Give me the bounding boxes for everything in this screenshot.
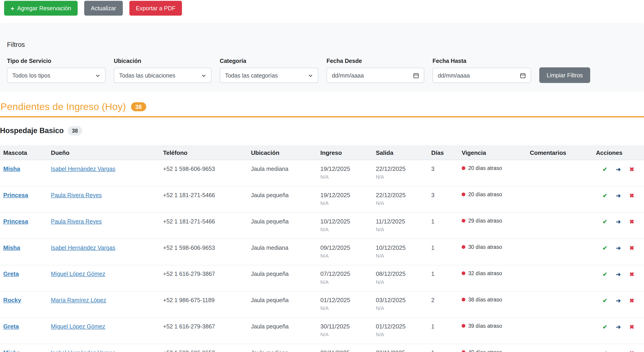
add-reservation-label: Agregar Reservación bbox=[17, 5, 71, 12]
location-cell: Jaula mediana bbox=[251, 160, 320, 186]
comments-cell bbox=[530, 213, 596, 238]
checkin-arrow-icon[interactable]: ➔ bbox=[616, 272, 621, 291]
section-divider bbox=[0, 116, 644, 117]
checkin-note: N/A bbox=[320, 227, 376, 232]
cancel-icon[interactable]: ✖ bbox=[629, 272, 634, 291]
table-row: Princesa Paula Rivera Reyes +52 1 181-27… bbox=[0, 213, 644, 239]
section-header: Pendientes de Ingreso (Hoy) 38 bbox=[0, 101, 644, 112]
phone-cell: +52 1 616-279-3867 bbox=[163, 265, 251, 291]
owner-link[interactable]: María Ramírez López bbox=[51, 297, 106, 304]
owner-link[interactable]: Miguel López Gómez bbox=[51, 323, 106, 330]
actions-cell: ✔ ➔ ✖ bbox=[596, 318, 644, 344]
pet-link[interactable]: Greta bbox=[3, 323, 19, 330]
cancel-icon[interactable]: ✖ bbox=[629, 298, 634, 318]
checkin-note: N/A bbox=[320, 332, 376, 338]
table-row: Rocky María Ramírez López +52 1 986-675-… bbox=[0, 292, 644, 318]
checkin-arrow-icon[interactable]: ➔ bbox=[616, 298, 621, 318]
checkin-arrow-icon[interactable]: ➔ bbox=[616, 245, 621, 265]
days-cell: 1 bbox=[431, 344, 462, 352]
vigencia-cell: 29 días atraso bbox=[462, 213, 530, 222]
checkin-arrow-icon[interactable]: ➔ bbox=[616, 192, 621, 212]
date-to-input[interactable]: dd/mm/aaaa bbox=[432, 68, 531, 83]
checkout-note: N/A bbox=[376, 200, 431, 206]
actions-cell: ✔ ➔ ✖ bbox=[596, 160, 644, 186]
vigencia-cell: 39 días atraso bbox=[462, 318, 530, 328]
cancel-icon[interactable]: ✖ bbox=[629, 192, 634, 212]
location-cell: Jaula pequeña bbox=[251, 213, 320, 238]
checkin-arrow-icon[interactable]: ➔ bbox=[616, 219, 621, 238]
pet-link[interactable]: Princesa bbox=[3, 192, 28, 198]
column-header-ingreso: Ingreso bbox=[320, 149, 376, 156]
owner-link[interactable]: Isabel Hernández Vargas bbox=[51, 166, 116, 172]
checkin-note: N/A bbox=[320, 174, 376, 180]
actions-cell: ✔ ➔ ✖ bbox=[596, 239, 644, 265]
checkin-arrow-icon[interactable]: ➔ bbox=[616, 166, 621, 186]
filter-label-service-type: Tipo de Servicio bbox=[7, 58, 106, 64]
clear-filters-button[interactable]: Limpiar Filtros bbox=[539, 67, 590, 83]
phone-cell: +52 1 598-606-9653 bbox=[163, 344, 251, 352]
owner-link[interactable]: Isabel Hernández Vargas bbox=[51, 350, 116, 352]
confirm-icon[interactable]: ✔ bbox=[602, 219, 608, 238]
checkin-arrow-icon[interactable]: ➔ bbox=[616, 350, 621, 352]
pet-link[interactable]: Rocky bbox=[3, 297, 21, 304]
overdue-dot-icon bbox=[462, 298, 465, 302]
toolbar: + Agregar Reservación Actualizar Exporta… bbox=[0, 0, 644, 16]
cancel-icon[interactable]: ✖ bbox=[629, 324, 634, 344]
table-header-row: Mascota Dueño Teléfono Ubicación Ingreso… bbox=[0, 146, 644, 160]
checkout-date: 01/12/2025 bbox=[376, 323, 431, 330]
comments-cell bbox=[530, 186, 596, 212]
confirm-icon[interactable]: ✔ bbox=[602, 350, 608, 352]
pet-link[interactable]: Misha bbox=[3, 166, 20, 172]
owner-link[interactable]: Paula Rivera Reyes bbox=[51, 218, 102, 224]
date-to-placeholder: dd/mm/aaaa bbox=[438, 72, 470, 79]
filter-label-category: Categoría bbox=[220, 58, 318, 64]
date-from-input[interactable]: dd/mm/aaaa bbox=[326, 68, 424, 83]
checkin-date: 19/12/2025 bbox=[320, 166, 376, 172]
add-reservation-button[interactable]: + Agregar Reservación bbox=[4, 1, 78, 16]
location-select[interactable]: Todas las ubicaciones bbox=[114, 68, 212, 83]
owner-link[interactable]: Paula Rivera Reyes bbox=[51, 192, 102, 198]
confirm-icon[interactable]: ✔ bbox=[602, 192, 608, 212]
vigencia-cell: 20 días atraso bbox=[462, 160, 530, 170]
cancel-icon[interactable]: ✖ bbox=[629, 219, 634, 238]
confirm-icon[interactable]: ✔ bbox=[602, 272, 608, 291]
comments-cell bbox=[530, 344, 596, 352]
days-cell: 1 bbox=[431, 318, 462, 344]
cancel-icon[interactable]: ✖ bbox=[629, 166, 634, 186]
vigencia-cell: 30 días atraso bbox=[462, 239, 530, 249]
plus-icon: + bbox=[11, 5, 14, 12]
vigencia-cell: 38 días atraso bbox=[462, 292, 530, 302]
pet-link[interactable]: Misha bbox=[3, 350, 20, 352]
column-header-mascota: Mascota bbox=[0, 149, 51, 156]
checkout-date: 03/12/2025 bbox=[376, 297, 431, 304]
owner-link[interactable]: Miguel López Gómez bbox=[51, 270, 106, 277]
service-type-select[interactable]: Todos los tipos bbox=[7, 68, 106, 83]
export-pdf-button[interactable]: Exportar a PDF bbox=[129, 1, 182, 16]
pet-link[interactable]: Misha bbox=[3, 244, 20, 251]
confirm-icon[interactable]: ✔ bbox=[602, 245, 608, 265]
location-cell: Jaula pequeña bbox=[251, 292, 320, 318]
location-cell: Jaula pequeña bbox=[251, 186, 320, 212]
calendar-icon[interactable] bbox=[520, 72, 526, 78]
comments-cell bbox=[530, 239, 596, 265]
confirm-icon[interactable]: ✔ bbox=[602, 166, 608, 186]
refresh-button[interactable]: Actualizar bbox=[84, 1, 123, 16]
pet-link[interactable]: Greta bbox=[3, 270, 19, 277]
confirm-icon[interactable]: ✔ bbox=[602, 298, 608, 318]
actions-cell: ✔ ➔ ✖ bbox=[596, 265, 644, 291]
confirm-icon[interactable]: ✔ bbox=[602, 324, 608, 344]
service-type-value: Todos los tipos bbox=[12, 72, 50, 79]
phone-cell: +52 1 616-279-3867 bbox=[163, 318, 251, 344]
cancel-icon[interactable]: ✖ bbox=[629, 245, 634, 265]
category-select[interactable]: Todas las categorías bbox=[220, 68, 318, 83]
checkin-arrow-icon[interactable]: ➔ bbox=[616, 324, 621, 344]
calendar-icon[interactable] bbox=[413, 72, 419, 78]
overdue-dot-icon bbox=[462, 272, 465, 275]
overdue-text: 32 días atraso bbox=[468, 270, 502, 276]
checkout-date: 10/12/2025 bbox=[376, 244, 431, 251]
cancel-icon[interactable]: ✖ bbox=[629, 350, 634, 352]
checkin-date: 01/12/2025 bbox=[320, 297, 376, 304]
owner-link[interactable]: Isabel Hernández Vargas bbox=[51, 244, 116, 251]
chevron-down-icon bbox=[96, 73, 100, 78]
pet-link[interactable]: Princesa bbox=[3, 218, 28, 224]
